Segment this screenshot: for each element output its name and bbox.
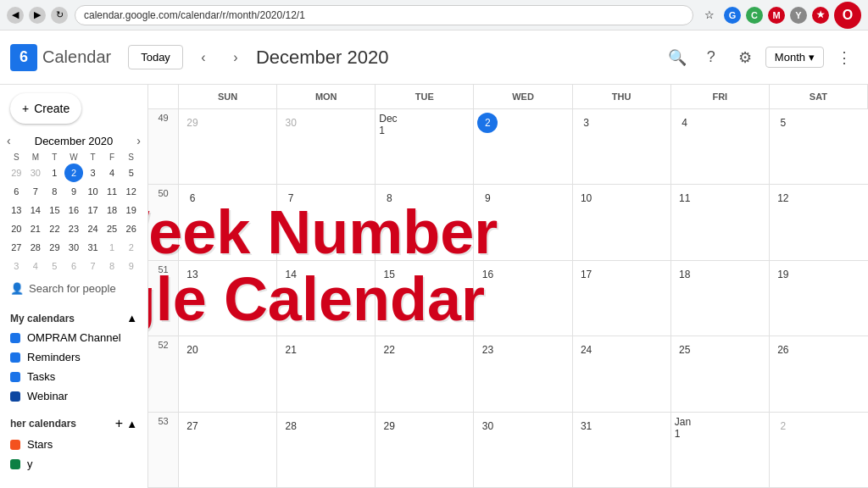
mini-day[interactable]: 7 (26, 182, 46, 201)
cal-day-dec18[interactable]: 18 (671, 261, 770, 336)
mini-day[interactable]: 29 (45, 238, 64, 257)
mini-day[interactable]: 1 (45, 164, 64, 182)
avatar[interactable]: O (834, 2, 861, 29)
search-button[interactable]: 🔍 (664, 44, 691, 71)
address-bar[interactable]: calendar.google.com/calendar/r/month/202… (75, 5, 693, 25)
mini-day[interactable]: 22 (45, 219, 64, 238)
mini-day[interactable]: 12 (121, 182, 141, 201)
mini-day[interactable]: 5 (45, 257, 64, 275)
cal-day-dec14[interactable]: 14 (277, 261, 376, 336)
cal-day-jan1[interactable]: Jan 1 (671, 413, 770, 487)
mini-day[interactable]: 25 (103, 219, 122, 238)
mini-day[interactable]: 3 (7, 257, 26, 275)
settings-button[interactable]: ⚙ (732, 44, 759, 71)
mini-day[interactable]: 9 (121, 257, 141, 275)
mini-day[interactable]: 3 (83, 164, 103, 182)
mini-day[interactable]: 18 (103, 201, 122, 219)
bookmark-button[interactable]: ☆ (700, 6, 719, 25)
mini-day[interactable]: 29 (7, 164, 26, 182)
create-button[interactable]: + Create (10, 93, 81, 124)
mini-day[interactable]: 21 (26, 219, 46, 238)
mini-day[interactable]: 6 (64, 257, 84, 275)
cal-day-dec15[interactable]: 15 (376, 261, 474, 336)
mini-cal-prev[interactable]: ‹ (7, 134, 11, 147)
cal-day-dec19[interactable]: 19 (770, 261, 868, 336)
cal-day-dec13[interactable]: 13 (179, 261, 277, 336)
mini-day[interactable]: 19 (121, 201, 141, 219)
cal-day-dec25[interactable]: 25 (671, 336, 770, 411)
mini-day[interactable]: 8 (45, 182, 64, 201)
mini-day[interactable]: 15 (45, 201, 64, 219)
cal-day-dec24[interactable]: 24 (573, 336, 671, 411)
mini-day[interactable]: 5 (121, 164, 141, 182)
sidebar-item-webinar[interactable]: Webinar (0, 386, 147, 406)
cal-day-dec9[interactable]: 9 (474, 185, 572, 259)
cal-day-dec27[interactable]: 27 (179, 413, 277, 487)
mini-day[interactable]: 31 (83, 238, 103, 257)
sidebar-item-ompram[interactable]: OMPRAM Channel (0, 328, 147, 347)
back-button[interactable]: ◀ (7, 7, 24, 24)
cal-day-dec2[interactable]: 2 (474, 109, 572, 184)
collapse-my-calendars[interactable]: ▲ (126, 312, 137, 324)
view-selector[interactable]: Month ▾ (765, 47, 824, 68)
prev-month-button[interactable]: ‹ (192, 46, 215, 69)
mini-day[interactable]: 2 (121, 238, 141, 257)
mini-day[interactable]: 13 (7, 201, 26, 219)
cal-day-dec4[interactable]: 4 (671, 109, 770, 184)
cal-day-dec5[interactable]: 5 (770, 109, 868, 184)
sidebar-item-y[interactable]: y (0, 454, 147, 474)
collapse-other-calendars[interactable]: ▲ (126, 416, 137, 431)
mini-day[interactable]: 20 (7, 219, 26, 238)
mini-day[interactable]: 27 (7, 238, 26, 257)
add-other-calendar[interactable]: + (115, 416, 123, 431)
mini-day[interactable]: 4 (103, 164, 122, 182)
cal-day-dec11[interactable]: 11 (671, 185, 770, 259)
cal-day-jan2[interactable]: 2 (770, 413, 868, 487)
next-month-button[interactable]: › (224, 46, 248, 69)
sidebar-item-tasks[interactable]: Tasks (0, 367, 147, 386)
apps-button[interactable]: ⋮ (831, 44, 858, 71)
forward-button[interactable]: ▶ (29, 7, 46, 24)
cal-day-dec17[interactable]: 17 (573, 261, 671, 336)
cal-day-dec21[interactable]: 21 (277, 336, 376, 411)
mini-day[interactable]: 11 (103, 182, 122, 201)
cal-day-dec1[interactable]: Dec 1 (376, 109, 474, 184)
mini-day[interactable]: 9 (64, 182, 84, 201)
cal-day-dec7[interactable]: 7 (277, 185, 376, 259)
mini-day[interactable]: 1 (103, 238, 122, 257)
cal-day-dec12[interactable]: 12 (770, 185, 868, 259)
mini-day[interactable]: 8 (103, 257, 122, 275)
mini-day[interactable]: 4 (26, 257, 46, 275)
mini-day[interactable]: 10 (83, 182, 103, 201)
mini-day[interactable]: 30 (64, 238, 84, 257)
cal-day-dec23[interactable]: 23 (474, 336, 572, 411)
mini-day[interactable]: 7 (83, 257, 103, 275)
cal-day-dec16[interactable]: 16 (474, 261, 572, 336)
today-button[interactable]: Today (128, 45, 183, 69)
cal-day-dec29[interactable]: 29 (376, 413, 474, 487)
cal-day-dec22[interactable]: 22 (376, 336, 474, 411)
mini-day[interactable]: 30 (26, 164, 46, 182)
search-people[interactable]: 👤 Search for people (0, 275, 147, 302)
mini-day[interactable]: 28 (26, 238, 46, 257)
mini-day[interactable]: 26 (121, 219, 141, 238)
mini-day[interactable]: 24 (83, 219, 103, 238)
cal-day-dec6[interactable]: 6 (179, 185, 277, 259)
mini-cal-next[interactable]: › (136, 134, 141, 147)
cal-day-nov29[interactable]: 29 (179, 109, 277, 184)
mini-day[interactable]: 16 (64, 201, 84, 219)
mini-day[interactable]: 23 (64, 219, 84, 238)
cal-day-dec3[interactable]: 3 (573, 109, 671, 184)
mini-day[interactable]: 17 (83, 201, 103, 219)
cal-day-dec31[interactable]: 31 (573, 413, 671, 487)
cal-day-dec20[interactable]: 20 (179, 336, 277, 411)
cal-day-dec26[interactable]: 26 (770, 336, 868, 411)
cal-day-dec8[interactable]: 8 (376, 185, 474, 259)
cal-day-dec30[interactable]: 30 (474, 413, 572, 487)
cal-day-dec28[interactable]: 28 (277, 413, 376, 487)
sidebar-item-reminders[interactable]: Reminders (0, 347, 147, 367)
cal-day-dec10[interactable]: 10 (573, 185, 671, 259)
mini-day[interactable]: 6 (7, 182, 26, 201)
help-button[interactable]: ? (698, 44, 725, 71)
cal-day-nov30[interactable]: 30 (277, 109, 376, 184)
